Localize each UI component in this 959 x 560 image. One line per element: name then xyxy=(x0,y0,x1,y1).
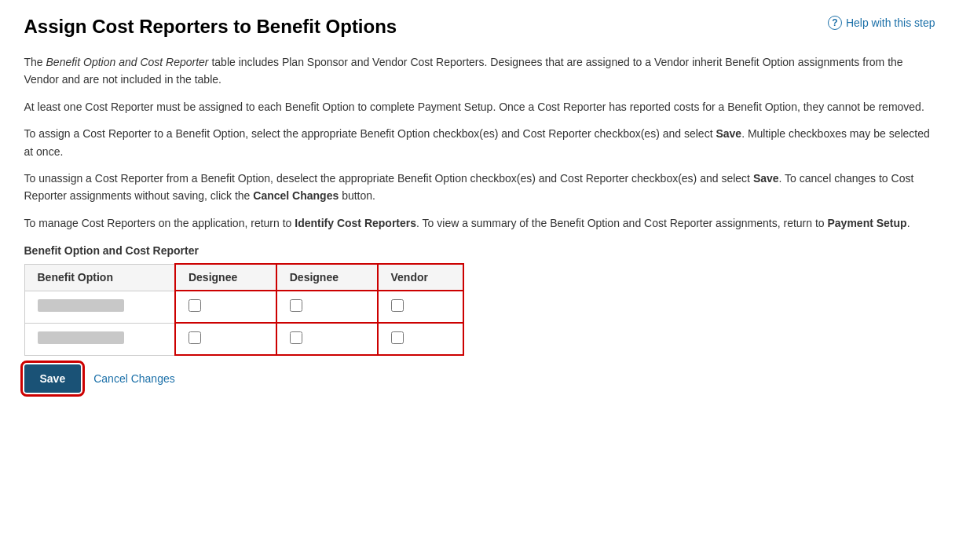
vendor-checkbox-row1[interactable] xyxy=(391,299,404,312)
designee2-checkbox-row2[interactable] xyxy=(290,331,302,344)
designee2-checkbox-cell-row2 xyxy=(276,323,378,355)
table-container: Benefit Option Designee Designee Vendor xyxy=(24,263,464,356)
designee1-checkbox-cell-row1 xyxy=(175,291,276,323)
page-container: Assign Cost Reporters to Benefit Options… xyxy=(24,16,935,393)
description-5: To manage Cost Reporters on the applicat… xyxy=(24,214,935,232)
description-1: The Benefit Option and Cost Reporter tab… xyxy=(24,53,935,89)
description-3: To assign a Cost Reporter to a Benefit O… xyxy=(24,125,935,160)
vendor-checkbox-cell-row1 xyxy=(378,291,463,323)
designee1-checkbox-row2[interactable] xyxy=(189,331,201,344)
buttons-row: Save Cancel Changes xyxy=(24,364,935,393)
header-row: Assign Cost Reporters to Benefit Options… xyxy=(24,16,935,38)
description-4: To unassign a Cost Reporter from a Benef… xyxy=(24,170,935,205)
save-button[interactable]: Save xyxy=(24,364,82,393)
col-benefit-option: Benefit Option xyxy=(24,264,175,291)
designee2-checkbox-cell-row1 xyxy=(276,291,378,323)
col-designee-2: Designee xyxy=(276,264,378,291)
benefit-option-placeholder-1 xyxy=(38,299,124,312)
benefit-option-table: Benefit Option Designee Designee Vendor xyxy=(24,263,464,356)
designee2-checkbox-row1[interactable] xyxy=(290,299,302,312)
description-2: At least one Cost Reporter must be assig… xyxy=(24,98,935,115)
vendor-checkbox-row2[interactable] xyxy=(391,331,404,344)
benefit-option-cell-1 xyxy=(24,291,175,323)
help-link[interactable]: ? Help with this step xyxy=(828,16,935,30)
designee1-checkbox-row1[interactable] xyxy=(189,299,201,312)
benefit-option-cell-2 xyxy=(24,323,175,355)
help-icon: ? xyxy=(828,16,842,30)
help-link-label: Help with this step xyxy=(846,16,935,29)
cancel-changes-button[interactable]: Cancel Changes xyxy=(90,364,178,393)
table-section-label: Benefit Option and Cost Reporter xyxy=(24,244,935,257)
col-designee-1: Designee xyxy=(175,264,276,291)
col-vendor: Vendor xyxy=(378,264,463,291)
page-title: Assign Cost Reporters to Benefit Options xyxy=(24,16,397,38)
designee1-checkbox-cell-row2 xyxy=(175,323,276,355)
table-row xyxy=(24,323,463,355)
table-row xyxy=(24,291,463,323)
vendor-checkbox-cell-row2 xyxy=(378,323,463,355)
table-header-row: Benefit Option Designee Designee Vendor xyxy=(24,264,463,291)
benefit-option-placeholder-2 xyxy=(38,331,124,344)
